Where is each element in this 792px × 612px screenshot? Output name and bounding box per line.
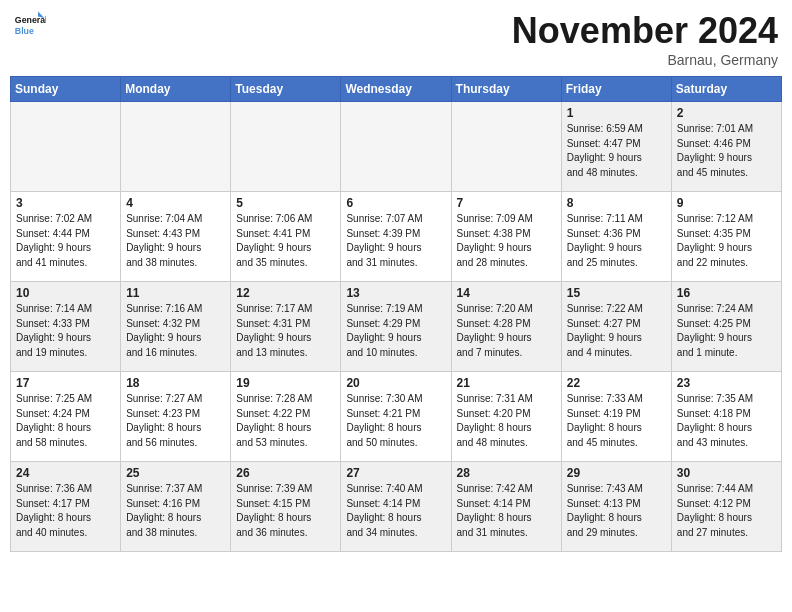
calendar-cell: 26Sunrise: 7:39 AM Sunset: 4:15 PM Dayli… bbox=[231, 462, 341, 552]
weekday-header-row: SundayMondayTuesdayWednesdayThursdayFrid… bbox=[11, 77, 782, 102]
title-block: November 2024 Barnau, Germany bbox=[512, 10, 778, 68]
day-number: 4 bbox=[126, 196, 225, 210]
day-info: Sunrise: 7:31 AM Sunset: 4:20 PM Dayligh… bbox=[457, 392, 556, 450]
day-info: Sunrise: 7:20 AM Sunset: 4:28 PM Dayligh… bbox=[457, 302, 556, 360]
calendar-cell bbox=[121, 102, 231, 192]
calendar-cell: 9Sunrise: 7:12 AM Sunset: 4:35 PM Daylig… bbox=[671, 192, 781, 282]
calendar-week-row: 10Sunrise: 7:14 AM Sunset: 4:33 PM Dayli… bbox=[11, 282, 782, 372]
day-info: Sunrise: 7:04 AM Sunset: 4:43 PM Dayligh… bbox=[126, 212, 225, 270]
day-number: 21 bbox=[457, 376, 556, 390]
day-number: 7 bbox=[457, 196, 556, 210]
logo: General Blue bbox=[14, 10, 46, 42]
day-number: 27 bbox=[346, 466, 445, 480]
day-number: 20 bbox=[346, 376, 445, 390]
calendar-cell: 25Sunrise: 7:37 AM Sunset: 4:16 PM Dayli… bbox=[121, 462, 231, 552]
day-info: Sunrise: 7:09 AM Sunset: 4:38 PM Dayligh… bbox=[457, 212, 556, 270]
calendar-cell: 3Sunrise: 7:02 AM Sunset: 4:44 PM Daylig… bbox=[11, 192, 121, 282]
calendar-cell: 19Sunrise: 7:28 AM Sunset: 4:22 PM Dayli… bbox=[231, 372, 341, 462]
day-number: 30 bbox=[677, 466, 776, 480]
calendar-week-row: 1Sunrise: 6:59 AM Sunset: 4:47 PM Daylig… bbox=[11, 102, 782, 192]
calendar-cell: 24Sunrise: 7:36 AM Sunset: 4:17 PM Dayli… bbox=[11, 462, 121, 552]
calendar-cell: 23Sunrise: 7:35 AM Sunset: 4:18 PM Dayli… bbox=[671, 372, 781, 462]
day-info: Sunrise: 7:01 AM Sunset: 4:46 PM Dayligh… bbox=[677, 122, 776, 180]
calendar-cell bbox=[341, 102, 451, 192]
day-info: Sunrise: 7:27 AM Sunset: 4:23 PM Dayligh… bbox=[126, 392, 225, 450]
weekday-header: Sunday bbox=[11, 77, 121, 102]
calendar-week-row: 24Sunrise: 7:36 AM Sunset: 4:17 PM Dayli… bbox=[11, 462, 782, 552]
day-info: Sunrise: 7:12 AM Sunset: 4:35 PM Dayligh… bbox=[677, 212, 776, 270]
calendar-cell: 16Sunrise: 7:24 AM Sunset: 4:25 PM Dayli… bbox=[671, 282, 781, 372]
month-title: November 2024 bbox=[512, 10, 778, 52]
calendar-cell: 13Sunrise: 7:19 AM Sunset: 4:29 PM Dayli… bbox=[341, 282, 451, 372]
weekday-header: Saturday bbox=[671, 77, 781, 102]
day-info: Sunrise: 7:07 AM Sunset: 4:39 PM Dayligh… bbox=[346, 212, 445, 270]
day-number: 11 bbox=[126, 286, 225, 300]
day-info: Sunrise: 7:33 AM Sunset: 4:19 PM Dayligh… bbox=[567, 392, 666, 450]
calendar-cell: 5Sunrise: 7:06 AM Sunset: 4:41 PM Daylig… bbox=[231, 192, 341, 282]
calendar-cell: 4Sunrise: 7:04 AM Sunset: 4:43 PM Daylig… bbox=[121, 192, 231, 282]
day-number: 25 bbox=[126, 466, 225, 480]
day-info: Sunrise: 6:59 AM Sunset: 4:47 PM Dayligh… bbox=[567, 122, 666, 180]
calendar-cell: 27Sunrise: 7:40 AM Sunset: 4:14 PM Dayli… bbox=[341, 462, 451, 552]
weekday-header: Wednesday bbox=[341, 77, 451, 102]
calendar-cell bbox=[451, 102, 561, 192]
day-info: Sunrise: 7:24 AM Sunset: 4:25 PM Dayligh… bbox=[677, 302, 776, 360]
day-number: 28 bbox=[457, 466, 556, 480]
day-info: Sunrise: 7:37 AM Sunset: 4:16 PM Dayligh… bbox=[126, 482, 225, 540]
day-number: 17 bbox=[16, 376, 115, 390]
calendar-cell: 21Sunrise: 7:31 AM Sunset: 4:20 PM Dayli… bbox=[451, 372, 561, 462]
day-info: Sunrise: 7:22 AM Sunset: 4:27 PM Dayligh… bbox=[567, 302, 666, 360]
day-info: Sunrise: 7:02 AM Sunset: 4:44 PM Dayligh… bbox=[16, 212, 115, 270]
svg-text:Blue: Blue bbox=[15, 26, 34, 36]
day-number: 9 bbox=[677, 196, 776, 210]
day-number: 12 bbox=[236, 286, 335, 300]
day-number: 6 bbox=[346, 196, 445, 210]
weekday-header: Tuesday bbox=[231, 77, 341, 102]
day-number: 16 bbox=[677, 286, 776, 300]
day-info: Sunrise: 7:19 AM Sunset: 4:29 PM Dayligh… bbox=[346, 302, 445, 360]
weekday-header: Friday bbox=[561, 77, 671, 102]
calendar-cell: 20Sunrise: 7:30 AM Sunset: 4:21 PM Dayli… bbox=[341, 372, 451, 462]
calendar-cell: 14Sunrise: 7:20 AM Sunset: 4:28 PM Dayli… bbox=[451, 282, 561, 372]
calendar-cell: 30Sunrise: 7:44 AM Sunset: 4:12 PM Dayli… bbox=[671, 462, 781, 552]
calendar-cell: 29Sunrise: 7:43 AM Sunset: 4:13 PM Dayli… bbox=[561, 462, 671, 552]
day-number: 23 bbox=[677, 376, 776, 390]
day-info: Sunrise: 7:11 AM Sunset: 4:36 PM Dayligh… bbox=[567, 212, 666, 270]
day-number: 22 bbox=[567, 376, 666, 390]
calendar-cell bbox=[231, 102, 341, 192]
day-number: 14 bbox=[457, 286, 556, 300]
day-number: 24 bbox=[16, 466, 115, 480]
day-info: Sunrise: 7:17 AM Sunset: 4:31 PM Dayligh… bbox=[236, 302, 335, 360]
day-number: 19 bbox=[236, 376, 335, 390]
day-info: Sunrise: 7:30 AM Sunset: 4:21 PM Dayligh… bbox=[346, 392, 445, 450]
calendar-cell: 2Sunrise: 7:01 AM Sunset: 4:46 PM Daylig… bbox=[671, 102, 781, 192]
calendar-cell: 6Sunrise: 7:07 AM Sunset: 4:39 PM Daylig… bbox=[341, 192, 451, 282]
calendar-cell: 10Sunrise: 7:14 AM Sunset: 4:33 PM Dayli… bbox=[11, 282, 121, 372]
day-info: Sunrise: 7:44 AM Sunset: 4:12 PM Dayligh… bbox=[677, 482, 776, 540]
day-number: 18 bbox=[126, 376, 225, 390]
calendar-cell: 28Sunrise: 7:42 AM Sunset: 4:14 PM Dayli… bbox=[451, 462, 561, 552]
day-number: 13 bbox=[346, 286, 445, 300]
day-number: 10 bbox=[16, 286, 115, 300]
calendar-cell: 22Sunrise: 7:33 AM Sunset: 4:19 PM Dayli… bbox=[561, 372, 671, 462]
logo-icon: General Blue bbox=[14, 10, 46, 42]
day-number: 8 bbox=[567, 196, 666, 210]
calendar-cell: 18Sunrise: 7:27 AM Sunset: 4:23 PM Dayli… bbox=[121, 372, 231, 462]
page-header: General Blue November 2024 Barnau, Germa… bbox=[10, 10, 782, 68]
calendar-week-row: 3Sunrise: 7:02 AM Sunset: 4:44 PM Daylig… bbox=[11, 192, 782, 282]
calendar-cell: 8Sunrise: 7:11 AM Sunset: 4:36 PM Daylig… bbox=[561, 192, 671, 282]
day-info: Sunrise: 7:28 AM Sunset: 4:22 PM Dayligh… bbox=[236, 392, 335, 450]
day-info: Sunrise: 7:36 AM Sunset: 4:17 PM Dayligh… bbox=[16, 482, 115, 540]
calendar-week-row: 17Sunrise: 7:25 AM Sunset: 4:24 PM Dayli… bbox=[11, 372, 782, 462]
day-info: Sunrise: 7:35 AM Sunset: 4:18 PM Dayligh… bbox=[677, 392, 776, 450]
day-number: 1 bbox=[567, 106, 666, 120]
calendar-cell: 15Sunrise: 7:22 AM Sunset: 4:27 PM Dayli… bbox=[561, 282, 671, 372]
day-info: Sunrise: 7:25 AM Sunset: 4:24 PM Dayligh… bbox=[16, 392, 115, 450]
day-number: 2 bbox=[677, 106, 776, 120]
location: Barnau, Germany bbox=[512, 52, 778, 68]
weekday-header: Thursday bbox=[451, 77, 561, 102]
calendar-cell bbox=[11, 102, 121, 192]
weekday-header: Monday bbox=[121, 77, 231, 102]
day-number: 5 bbox=[236, 196, 335, 210]
day-info: Sunrise: 7:43 AM Sunset: 4:13 PM Dayligh… bbox=[567, 482, 666, 540]
